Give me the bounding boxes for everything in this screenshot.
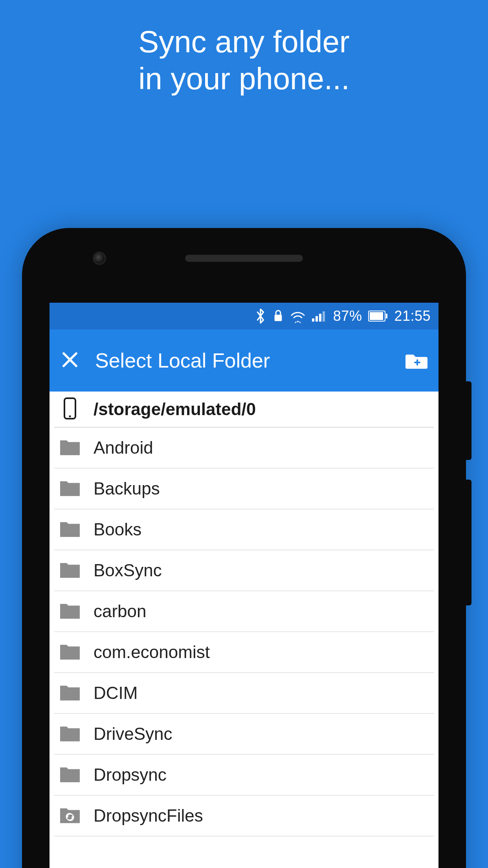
phone-frame: 87% 21:55 Select Local Folder xyxy=(22,228,466,868)
phone-screen: 87% 21:55 Select Local Folder xyxy=(50,303,438,868)
folder-label: Backups xyxy=(94,479,160,498)
current-path: /storage/emulated/0 xyxy=(94,399,256,419)
front-camera xyxy=(93,252,106,265)
signal-icon xyxy=(312,310,327,322)
folder-icon xyxy=(59,519,81,540)
folder-label: carbon xyxy=(94,601,147,621)
folder-icon xyxy=(59,764,81,785)
svg-rect-1 xyxy=(312,318,314,322)
close-button[interactable] xyxy=(61,350,79,371)
appbar-title: Select Local Folder xyxy=(95,349,405,372)
close-icon xyxy=(61,350,79,369)
clock: 21:55 xyxy=(394,308,431,324)
folder-sync-icon xyxy=(59,805,81,826)
hero-line-1: Sync any folder xyxy=(0,24,488,61)
side-button xyxy=(466,480,471,605)
current-path-row[interactable]: /storage/emulated/0 xyxy=(54,392,434,428)
folder-row[interactable]: DriveSync xyxy=(54,714,434,755)
app-bar: Select Local Folder xyxy=(50,329,438,392)
folder-label: Books xyxy=(94,520,141,539)
phone-icon xyxy=(59,397,81,421)
lock-icon xyxy=(273,309,284,323)
svg-rect-0 xyxy=(275,315,282,321)
folder-list: /storage/emulated/0 AndroidBackupsBooksB… xyxy=(50,392,438,837)
wifi-icon xyxy=(290,309,306,323)
status-bar: 87% 21:55 xyxy=(50,303,438,329)
folder-label: Dropsync xyxy=(94,765,167,785)
battery-percent: 87% xyxy=(333,308,362,324)
svg-rect-3 xyxy=(319,314,321,322)
folder-icon xyxy=(59,601,81,622)
folder-icon xyxy=(59,478,81,499)
side-button xyxy=(466,381,471,460)
folder-label: DropsyncFiles xyxy=(94,806,203,826)
folder-label: com.economist xyxy=(94,642,210,662)
svg-rect-4 xyxy=(323,311,325,322)
folder-label: Android xyxy=(94,438,153,458)
new-folder-button[interactable] xyxy=(405,351,427,370)
new-folder-icon xyxy=(405,351,427,369)
folder-label: DriveSync xyxy=(94,724,172,744)
folder-label: DCIM xyxy=(94,683,138,703)
battery-icon xyxy=(368,311,388,322)
hero-line-2: in your phone... xyxy=(0,61,488,97)
folder-row[interactable]: carbon xyxy=(54,591,434,632)
folder-row[interactable]: com.economist xyxy=(54,632,434,673)
hero-text: Sync any folder in your phone... xyxy=(0,0,488,97)
folder-row[interactable]: Backups xyxy=(54,469,434,509)
folder-row[interactable]: DropsyncFiles xyxy=(54,796,434,837)
folder-icon xyxy=(59,437,81,458)
svg-rect-6 xyxy=(370,312,383,320)
svg-point-9 xyxy=(69,416,71,417)
folder-icon xyxy=(59,560,81,581)
folder-icon xyxy=(59,642,81,663)
folder-row[interactable]: Android xyxy=(54,428,434,469)
folder-icon xyxy=(59,682,81,704)
svg-rect-2 xyxy=(316,316,318,322)
bluetooth-icon xyxy=(255,308,266,324)
folder-row[interactable]: Books xyxy=(54,509,434,550)
folder-row[interactable]: BoxSync xyxy=(54,550,434,591)
folder-row[interactable]: Dropsync xyxy=(54,755,434,796)
svg-rect-7 xyxy=(386,314,387,318)
folder-row[interactable]: DCIM xyxy=(54,673,434,714)
folder-icon xyxy=(59,723,81,745)
folder-label: BoxSync xyxy=(94,561,162,580)
